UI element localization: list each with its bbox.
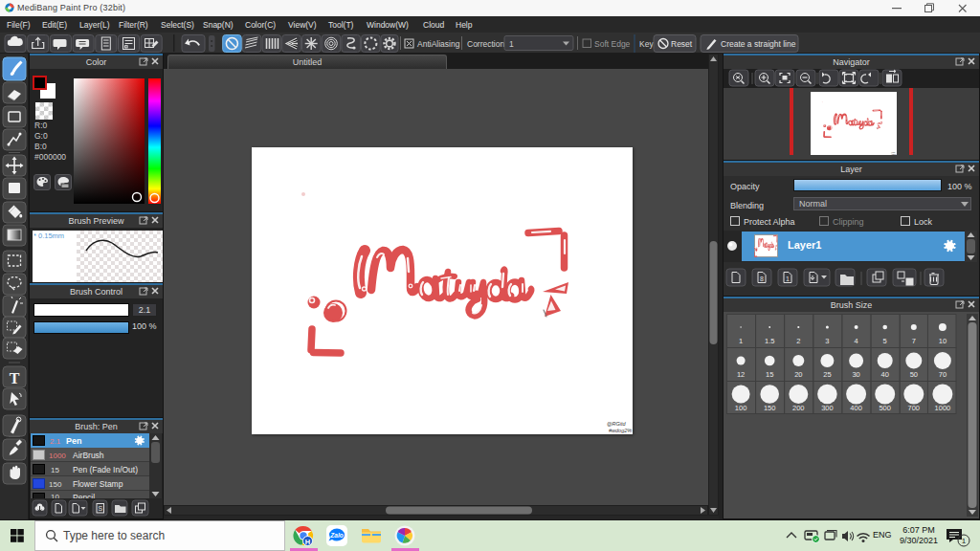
svg-text:300: 300 [821, 404, 834, 412]
svg-text:Soft Edge: Soft Edge [594, 39, 631, 49]
svg-text:T: T [10, 370, 20, 386]
svg-text:H: H [305, 538, 310, 546]
svg-text:Protect Alpha: Protect Alpha [744, 217, 795, 227]
svg-text:@RGitd: @RGitd [607, 421, 627, 427]
svg-text:Zalo: Zalo [329, 532, 343, 539]
svg-text:4: 4 [855, 337, 858, 345]
svg-text:1: 1 [962, 537, 967, 545]
svg-text:1000: 1000 [935, 404, 951, 412]
svg-text:20: 20 [794, 370, 802, 379]
svg-text:S: S [98, 505, 102, 512]
svg-text:30: 30 [852, 370, 859, 379]
svg-text:3: 3 [825, 337, 829, 345]
svg-text:25: 25 [823, 370, 831, 379]
svg-text:7: 7 [912, 337, 916, 345]
svg-text:1: 1 [786, 276, 790, 282]
svg-text:12: 12 [737, 370, 745, 379]
svg-text:15: 15 [766, 370, 773, 379]
svg-text:400: 400 [850, 404, 862, 412]
svg-text:40: 40 [881, 370, 889, 379]
svg-text:200: 200 [792, 404, 805, 412]
svg-text:10: 10 [939, 337, 947, 345]
svg-text:8: 8 [760, 276, 764, 282]
svg-text:#wdog2%: #wdog2% [609, 428, 632, 433]
svg-text:Clipping: Clipping [833, 217, 864, 227]
svg-text:1.5: 1.5 [765, 337, 774, 345]
svg-text:Key: Key [639, 39, 654, 49]
svg-text:700: 700 [908, 404, 921, 412]
svg-text:70: 70 [939, 370, 947, 379]
svg-text:100: 100 [735, 404, 747, 412]
svg-text:500: 500 [879, 404, 891, 412]
svg-text:Create a straight line: Create a straight line [721, 39, 796, 49]
svg-text:5: 5 [883, 337, 887, 345]
svg-text:1: 1 [739, 337, 743, 345]
svg-text:AntiAliasing: AntiAliasing [417, 39, 460, 49]
svg-text:50: 50 [910, 370, 918, 379]
svg-text:Correction: Correction [467, 39, 504, 49]
svg-text:Lock: Lock [914, 217, 933, 227]
svg-text:Reset: Reset [671, 39, 693, 49]
svg-text:1: 1 [509, 39, 514, 49]
svg-text:2: 2 [796, 337, 800, 345]
svg-text:150: 150 [764, 404, 776, 412]
